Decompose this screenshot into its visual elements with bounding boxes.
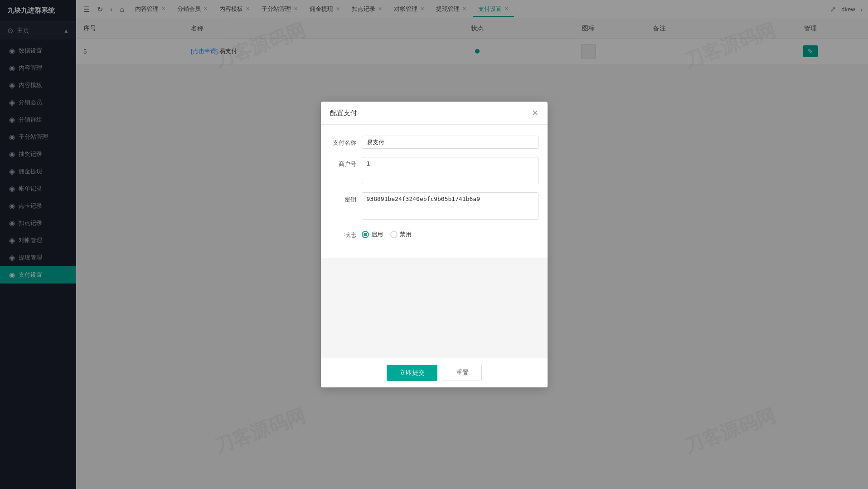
secret-input[interactable] <box>362 192 538 220</box>
form-row-status: 状态 启用 禁用 <box>330 228 538 239</box>
reset-button[interactable]: 重置 <box>443 365 482 381</box>
modal-overlay[interactable]: 配置支付 ✕ 支付名称 商户号 密钥 状态 <box>0 0 868 489</box>
submit-button[interactable]: 立即提交 <box>387 365 437 381</box>
radio-enabled-circle <box>362 231 369 238</box>
payment-name-input[interactable] <box>362 136 538 149</box>
merchant-id-label: 商户号 <box>330 157 362 168</box>
payment-name-label: 支付名称 <box>330 136 362 147</box>
dialog-gray-area <box>321 258 548 358</box>
secret-label: 密钥 <box>330 192 362 204</box>
dialog-header: 配置支付 ✕ <box>321 102 548 125</box>
status-disabled-option[interactable]: 禁用 <box>390 230 412 239</box>
radio-enabled-dot <box>364 233 367 236</box>
configure-payment-dialog: 配置支付 ✕ 支付名称 商户号 密钥 状态 <box>321 102 548 387</box>
status-enabled-label: 启用 <box>371 230 383 239</box>
dialog-body: 支付名称 商户号 密钥 状态 <box>321 125 548 258</box>
merchant-id-input[interactable] <box>362 157 538 184</box>
dialog-close-button[interactable]: ✕ <box>532 108 538 118</box>
dialog-title: 配置支付 <box>330 109 357 117</box>
dialog-footer: 立即提交 重置 <box>321 358 548 387</box>
status-enabled-option[interactable]: 启用 <box>362 230 383 239</box>
status-radio-group: 启用 禁用 <box>362 228 412 239</box>
form-row-secret: 密钥 <box>330 192 538 220</box>
form-row-merchant-id: 商户号 <box>330 157 538 184</box>
status-label: 状态 <box>330 228 362 239</box>
form-row-payment-name: 支付名称 <box>330 136 538 149</box>
radio-disabled-circle <box>390 231 398 238</box>
status-disabled-label: 禁用 <box>400 230 412 239</box>
